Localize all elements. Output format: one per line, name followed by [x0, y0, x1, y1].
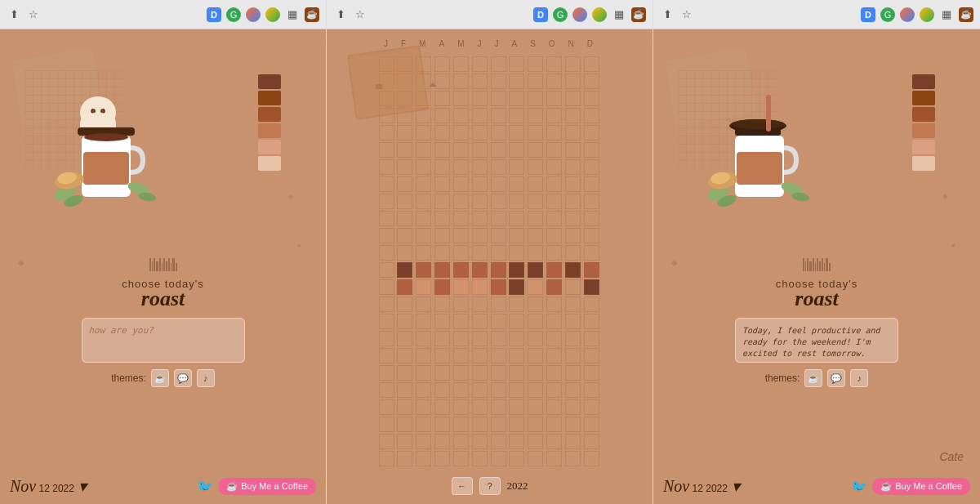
- bmc-label: Buy Me a Coffee: [241, 481, 308, 491]
- cal-cell: [491, 159, 506, 175]
- rt-ext-grid[interactable]: ▦: [939, 7, 954, 22]
- cal-cell: [509, 365, 524, 381]
- ext-circle2-icon[interactable]: [265, 7, 280, 22]
- rt-ext-d[interactable]: D: [861, 7, 875, 22]
- cal-cell: [546, 262, 562, 278]
- cal-cell: [453, 279, 469, 295]
- share-icon[interactable]: ⬆: [7, 7, 21, 22]
- left-mood-input[interactable]: [82, 318, 245, 363]
- rt-mood-input[interactable]: Today, I feel productive and ready for t…: [735, 318, 898, 363]
- rt-ext-c2[interactable]: [920, 7, 934, 22]
- bmc-button[interactable]: ☕ Buy Me a Coffee: [218, 478, 316, 495]
- rt-themes-row: themes: ☕ 💬 ♪: [765, 369, 869, 387]
- cal-cell: [509, 142, 524, 158]
- cal-cell: [528, 74, 543, 89]
- cal-cell: [528, 245, 543, 261]
- ext-grid-icon[interactable]: ▦: [285, 7, 300, 22]
- rt-theme-icon-music[interactable]: ♪: [850, 369, 868, 387]
- month-m2: M: [457, 39, 466, 48]
- cal-cell: [565, 108, 581, 123]
- cal-cell: [584, 108, 599, 123]
- cal-cell: [546, 228, 562, 243]
- cal-cell: [565, 314, 581, 329]
- prev-btn[interactable]: ←: [452, 477, 473, 495]
- rt-date-chevron[interactable]: ▾: [728, 477, 740, 495]
- bookmark-icon[interactable]: ☆: [26, 7, 41, 22]
- twitter-icon[interactable]: 🐦: [197, 479, 213, 494]
- swatch-4: [258, 123, 281, 138]
- ext-circle-icon[interactable]: [246, 7, 261, 22]
- diamond-3: ◆: [297, 242, 301, 248]
- cal-cell: [546, 451, 562, 466]
- mid-ext-g[interactable]: G: [553, 7, 568, 22]
- cal-cell: [509, 314, 524, 329]
- ext-d-icon[interactable]: D: [207, 7, 221, 22]
- cal-cell: [453, 382, 469, 398]
- diamond-2: ◆: [288, 193, 293, 200]
- cal-cell: [434, 228, 450, 243]
- ext-g-icon[interactable]: G: [226, 7, 241, 22]
- cal-cell: [472, 434, 488, 449]
- cal-cell: [528, 451, 543, 466]
- rt-share-icon[interactable]: ⬆: [660, 7, 675, 22]
- cal-cell: [509, 91, 524, 106]
- rt-theme-icon-chat[interactable]: 💬: [827, 369, 845, 387]
- cal-cell: [379, 451, 394, 466]
- rt-theme-icon-coffee[interactable]: ☕: [804, 369, 822, 387]
- theme-icon-music[interactable]: ♪: [197, 369, 215, 387]
- rt-diamond-1: ◆: [671, 258, 678, 267]
- cal-cell: [472, 279, 488, 295]
- swatch-2: [258, 91, 281, 105]
- rt-twitter-icon[interactable]: 🐦: [851, 479, 867, 494]
- ext-coffee-icon[interactable]: ☕: [305, 7, 319, 22]
- cal-cell: [584, 348, 599, 364]
- rt-ext-c1[interactable]: [900, 7, 915, 22]
- cal-cell: [546, 279, 562, 295]
- cal-cell: [565, 417, 581, 432]
- mid-bookmark-icon[interactable]: ☆: [353, 7, 368, 22]
- theme-icon-chat[interactable]: 💬: [174, 369, 192, 387]
- rt-ext-g[interactable]: G: [880, 7, 895, 22]
- cal-cell: [416, 399, 431, 415]
- rt-swatch-3: [912, 107, 935, 122]
- cal-cell: [434, 434, 450, 449]
- mid-share-icon[interactable]: ⬆: [333, 7, 348, 22]
- mid-ext-c1[interactable]: [572, 7, 587, 22]
- cal-cell: [379, 142, 394, 158]
- cal-cell: [453, 365, 469, 381]
- theme-icon-coffee[interactable]: ☕: [151, 369, 169, 387]
- mid-ext-d[interactable]: D: [533, 7, 548, 22]
- cal-cell: [416, 297, 431, 312]
- left-themes-row: themes: ☕ 💬 ♪: [111, 369, 215, 387]
- cal-cell: [472, 331, 488, 346]
- cal-cell: [546, 159, 562, 175]
- rt-ext-coffee[interactable]: ☕: [959, 7, 973, 22]
- cal-cell: [453, 159, 469, 175]
- mid-ext-c2[interactable]: [592, 7, 607, 22]
- cal-cell: [453, 434, 469, 449]
- rt-bmc-button[interactable]: ☕ Buy Me a Coffee: [872, 478, 970, 495]
- help-btn[interactable]: ?: [479, 477, 501, 495]
- diamond-1: ◆: [18, 258, 24, 267]
- cal-cell: [546, 348, 562, 364]
- left-illustration: ◆ ◆ ◆: [0, 29, 326, 283]
- cal-cell: [434, 382, 450, 398]
- cal-cell: [491, 108, 506, 123]
- cal-cell: [472, 74, 488, 89]
- cal-cell: [379, 434, 394, 449]
- cal-cell: [434, 399, 450, 415]
- mid-ext-coffee[interactable]: ☕: [631, 7, 646, 22]
- cal-cell: [546, 56, 562, 72]
- mid-ext-grid[interactable]: ▦: [612, 7, 626, 22]
- cal-cell: [546, 91, 562, 106]
- cal-cell: [528, 194, 543, 209]
- rt-bookmark-icon[interactable]: ☆: [679, 7, 694, 22]
- left-date-chevron[interactable]: ▾: [74, 477, 87, 495]
- cal-cell: [379, 194, 394, 209]
- cal-cell: [472, 91, 488, 106]
- cal-cell: [584, 417, 599, 432]
- cal-cell: [472, 142, 488, 158]
- cal-cell: [584, 211, 599, 226]
- cal-cell: [491, 365, 506, 381]
- cal-cell: [434, 297, 450, 312]
